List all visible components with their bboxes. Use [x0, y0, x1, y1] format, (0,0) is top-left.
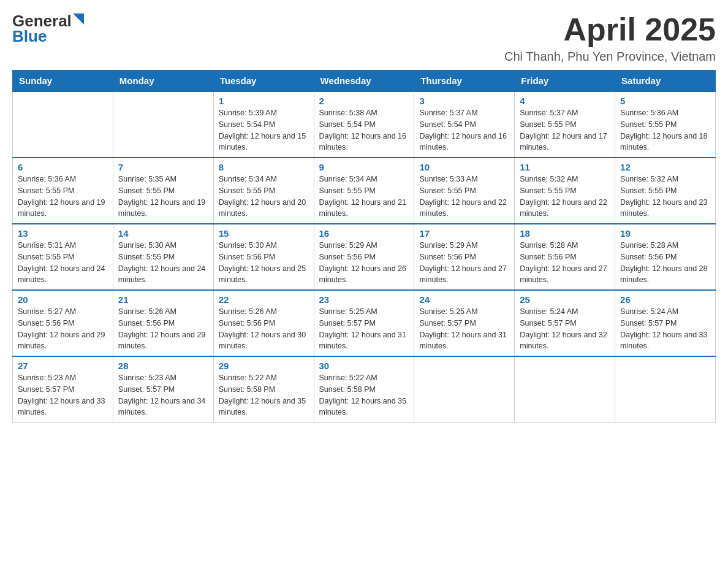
- day-info: Sunrise: 5:39 AMSunset: 5:54 PMDaylight:…: [219, 107, 309, 153]
- day-info: Sunrise: 5:33 AMSunset: 5:55 PMDaylight:…: [419, 174, 509, 220]
- day-info: Sunrise: 5:26 AMSunset: 5:56 PMDaylight:…: [118, 306, 208, 352]
- day-info: Sunrise: 5:32 AMSunset: 5:55 PMDaylight:…: [620, 174, 710, 220]
- day-number: 30: [319, 361, 409, 371]
- day-number: 27: [18, 361, 108, 371]
- svg-marker-0: [73, 13, 84, 25]
- day-number: 12: [620, 162, 710, 172]
- day-of-week-header: Sunday: [13, 71, 113, 92]
- title-block: April 2025 Chi Thanh, Phu Yen Province, …: [504, 12, 716, 64]
- calendar-cell: 18Sunrise: 5:28 AMSunset: 5:56 PMDayligh…: [515, 224, 615, 290]
- day-of-week-header: Wednesday: [314, 71, 414, 92]
- day-info: Sunrise: 5:28 AMSunset: 5:56 PMDaylight:…: [620, 240, 710, 286]
- calendar-title: April 2025: [504, 12, 716, 47]
- day-info: Sunrise: 5:32 AMSunset: 5:55 PMDaylight:…: [520, 174, 610, 220]
- day-info: Sunrise: 5:37 AMSunset: 5:55 PMDaylight:…: [520, 107, 610, 153]
- calendar-cell: 23Sunrise: 5:25 AMSunset: 5:57 PMDayligh…: [314, 290, 414, 356]
- calendar-cell: 30Sunrise: 5:22 AMSunset: 5:58 PMDayligh…: [314, 356, 414, 423]
- calendar-week-row: 13Sunrise: 5:31 AMSunset: 5:55 PMDayligh…: [13, 224, 716, 290]
- calendar-cell: 13Sunrise: 5:31 AMSunset: 5:55 PMDayligh…: [13, 224, 113, 290]
- day-number: 25: [520, 294, 610, 305]
- day-info: Sunrise: 5:30 AMSunset: 5:56 PMDaylight:…: [219, 240, 309, 286]
- day-info: Sunrise: 5:36 AMSunset: 5:55 PMDaylight:…: [18, 174, 108, 220]
- day-number: 6: [18, 162, 108, 172]
- day-number: 19: [620, 228, 710, 239]
- day-number: 13: [18, 228, 108, 239]
- day-number: 1: [219, 96, 309, 106]
- calendar-cell: 26Sunrise: 5:24 AMSunset: 5:57 PMDayligh…: [615, 290, 716, 356]
- calendar-table: SundayMondayTuesdayWednesdayThursdayFrid…: [12, 70, 716, 423]
- day-info: Sunrise: 5:25 AMSunset: 5:57 PMDaylight:…: [319, 306, 409, 352]
- calendar-cell: 5Sunrise: 5:36 AMSunset: 5:55 PMDaylight…: [615, 91, 716, 158]
- calendar-cell: 9Sunrise: 5:34 AMSunset: 5:55 PMDaylight…: [314, 158, 414, 224]
- day-info: Sunrise: 5:29 AMSunset: 5:56 PMDaylight:…: [319, 240, 409, 286]
- day-number: 10: [419, 162, 509, 172]
- day-number: 16: [319, 228, 409, 239]
- calendar-cell: 8Sunrise: 5:34 AMSunset: 5:55 PMDaylight…: [213, 158, 314, 224]
- day-number: 5: [620, 96, 710, 106]
- day-number: 26: [620, 294, 710, 305]
- day-of-week-header: Saturday: [615, 71, 716, 92]
- day-info: Sunrise: 5:23 AMSunset: 5:57 PMDaylight:…: [118, 372, 208, 418]
- calendar-cell: 22Sunrise: 5:26 AMSunset: 5:56 PMDayligh…: [213, 290, 314, 356]
- day-info: Sunrise: 5:24 AMSunset: 5:57 PMDaylight:…: [520, 306, 610, 352]
- day-info: Sunrise: 5:34 AMSunset: 5:55 PMDaylight:…: [319, 174, 409, 220]
- day-number: 24: [419, 294, 509, 305]
- day-info: Sunrise: 5:34 AMSunset: 5:55 PMDaylight:…: [219, 174, 309, 220]
- calendar-cell: 4Sunrise: 5:37 AMSunset: 5:55 PMDaylight…: [515, 91, 615, 158]
- day-info: Sunrise: 5:29 AMSunset: 5:56 PMDaylight:…: [419, 240, 509, 286]
- day-number: 2: [319, 96, 409, 106]
- day-number: 8: [219, 162, 309, 172]
- day-number: 14: [118, 228, 208, 239]
- calendar-cell: 2Sunrise: 5:38 AMSunset: 5:54 PMDaylight…: [314, 91, 414, 158]
- calendar-cell: [13, 91, 113, 158]
- day-info: Sunrise: 5:25 AMSunset: 5:57 PMDaylight:…: [419, 306, 509, 352]
- calendar-cell: 29Sunrise: 5:22 AMSunset: 5:58 PMDayligh…: [213, 356, 314, 423]
- page-header: General Blue April 2025 Chi Thanh, Phu Y…: [12, 12, 716, 64]
- day-of-week-header: Tuesday: [213, 71, 314, 92]
- calendar-cell: 16Sunrise: 5:29 AMSunset: 5:56 PMDayligh…: [314, 224, 414, 290]
- calendar-cell: 28Sunrise: 5:23 AMSunset: 5:57 PMDayligh…: [113, 356, 213, 423]
- day-info: Sunrise: 5:37 AMSunset: 5:54 PMDaylight:…: [419, 107, 509, 153]
- day-of-week-header: Friday: [515, 71, 615, 92]
- day-info: Sunrise: 5:22 AMSunset: 5:58 PMDaylight:…: [219, 372, 309, 418]
- calendar-cell: 19Sunrise: 5:28 AMSunset: 5:56 PMDayligh…: [615, 224, 716, 290]
- day-number: 18: [520, 228, 610, 239]
- day-number: 11: [520, 162, 610, 172]
- day-number: 23: [319, 294, 409, 305]
- day-info: Sunrise: 5:27 AMSunset: 5:56 PMDaylight:…: [18, 306, 108, 352]
- day-info: Sunrise: 5:31 AMSunset: 5:55 PMDaylight:…: [18, 240, 108, 286]
- calendar-cell: 20Sunrise: 5:27 AMSunset: 5:56 PMDayligh…: [13, 290, 113, 356]
- day-number: 17: [419, 228, 509, 239]
- day-info: Sunrise: 5:24 AMSunset: 5:57 PMDaylight:…: [620, 306, 710, 352]
- calendar-cell: 11Sunrise: 5:32 AMSunset: 5:55 PMDayligh…: [515, 158, 615, 224]
- day-info: Sunrise: 5:28 AMSunset: 5:56 PMDaylight:…: [520, 240, 610, 286]
- logo-triangle-icon: [73, 13, 84, 27]
- day-number: 7: [118, 162, 208, 172]
- day-number: 20: [18, 294, 108, 305]
- day-info: Sunrise: 5:38 AMSunset: 5:54 PMDaylight:…: [319, 107, 409, 153]
- calendar-cell: 7Sunrise: 5:35 AMSunset: 5:55 PMDaylight…: [113, 158, 213, 224]
- day-of-week-header: Thursday: [414, 71, 515, 92]
- calendar-cell: 17Sunrise: 5:29 AMSunset: 5:56 PMDayligh…: [414, 224, 515, 290]
- day-info: Sunrise: 5:36 AMSunset: 5:55 PMDaylight:…: [620, 107, 710, 153]
- day-number: 9: [319, 162, 409, 172]
- calendar-header-row: SundayMondayTuesdayWednesdayThursdayFrid…: [13, 71, 716, 92]
- day-info: Sunrise: 5:23 AMSunset: 5:57 PMDaylight:…: [18, 372, 108, 418]
- calendar-cell: 6Sunrise: 5:36 AMSunset: 5:55 PMDaylight…: [13, 158, 113, 224]
- day-info: Sunrise: 5:35 AMSunset: 5:55 PMDaylight:…: [118, 174, 208, 220]
- calendar-cell: 15Sunrise: 5:30 AMSunset: 5:56 PMDayligh…: [213, 224, 314, 290]
- day-of-week-header: Monday: [113, 71, 213, 92]
- calendar-week-row: 27Sunrise: 5:23 AMSunset: 5:57 PMDayligh…: [13, 356, 716, 423]
- day-info: Sunrise: 5:30 AMSunset: 5:55 PMDaylight:…: [118, 240, 208, 286]
- day-number: 3: [419, 96, 509, 106]
- calendar-cell: 10Sunrise: 5:33 AMSunset: 5:55 PMDayligh…: [414, 158, 515, 224]
- day-number: 4: [520, 96, 610, 106]
- day-info: Sunrise: 5:22 AMSunset: 5:58 PMDaylight:…: [319, 372, 409, 418]
- calendar-cell: 12Sunrise: 5:32 AMSunset: 5:55 PMDayligh…: [615, 158, 716, 224]
- calendar-cell: [113, 91, 213, 158]
- calendar-cell: [414, 356, 515, 423]
- calendar-cell: 27Sunrise: 5:23 AMSunset: 5:57 PMDayligh…: [13, 356, 113, 423]
- day-info: Sunrise: 5:26 AMSunset: 5:56 PMDaylight:…: [219, 306, 309, 352]
- calendar-week-row: 20Sunrise: 5:27 AMSunset: 5:56 PMDayligh…: [13, 290, 716, 356]
- day-number: 22: [219, 294, 309, 305]
